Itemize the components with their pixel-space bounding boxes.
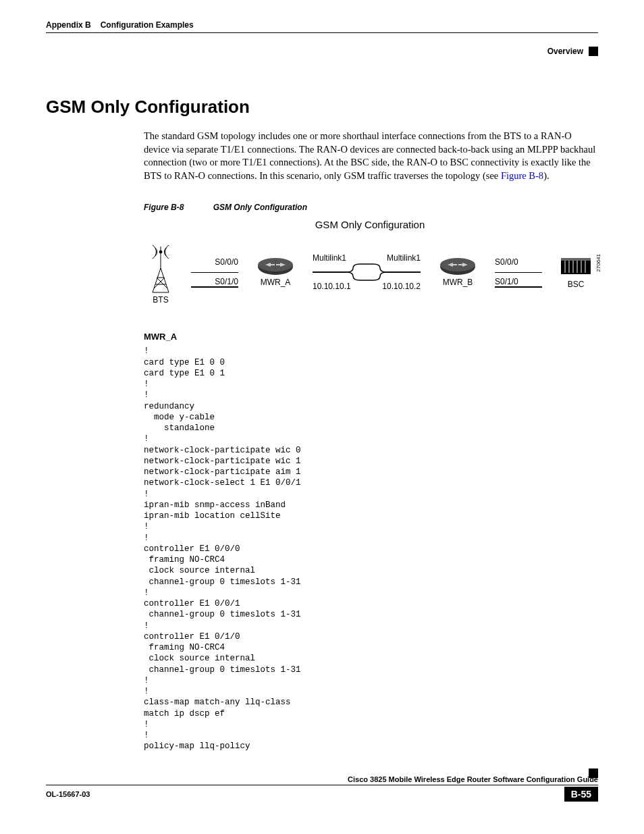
diagram-id: 270641 — [595, 254, 601, 272]
svg-rect-12 — [561, 258, 591, 261]
connection-line — [495, 286, 542, 288]
label-s010-right: S0/1/0 — [495, 277, 518, 286]
router-a-label: MWR_A — [261, 278, 291, 287]
label-ip-right: 10.10.10.2 — [382, 282, 421, 291]
figure-title: GSM Only Configuration — [213, 203, 307, 212]
connection-line — [495, 272, 542, 273]
bts-label: BTS — [153, 295, 168, 305]
label-multilink-left: Multilink1 — [313, 253, 346, 263]
figure-caption: Figure B-8 GSM Only Configuration — [144, 203, 598, 212]
router-icon — [439, 257, 476, 276]
svg-point-10 — [440, 258, 475, 271]
figure-reference-link[interactable]: Figure B-8 — [501, 170, 543, 181]
router-icon — [257, 257, 294, 276]
backhaul-link-icon — [313, 263, 421, 282]
topology-diagram: GSM Only Configuration 270641 — [144, 219, 596, 305]
footer-guide-title: Cisco 3825 Mobile Wireless Edge Router S… — [46, 775, 598, 785]
footer-doc-id: OL-15667-03 — [46, 790, 90, 798]
svg-point-8 — [258, 258, 293, 271]
label-multilink-right: Multilink1 — [387, 253, 421, 263]
page-title: GSM Only Configuration — [46, 97, 598, 118]
bsc-label: BSC — [568, 280, 585, 289]
config-code-block: ! card type E1 0 0 card type E1 0 1 ! ! … — [144, 346, 598, 752]
footer-page-number: B-55 — [564, 787, 598, 802]
figure-label: Figure B-8 — [144, 203, 184, 212]
label-s010-left: S0/1/0 — [191, 277, 238, 286]
footer-marker-icon — [589, 768, 598, 778]
router-b-node: MWR_B — [434, 257, 481, 287]
connection-line — [191, 272, 238, 273]
bsc-node: BSC — [556, 255, 596, 289]
config-heading: MWR_A — [144, 332, 598, 342]
svg-point-1 — [159, 251, 162, 253]
label-s000-left: S0/0/0 — [191, 257, 238, 267]
bts-node: BTS — [144, 240, 178, 305]
label-ip-left: 10.10.10.1 — [313, 282, 351, 291]
connection-line — [191, 286, 238, 288]
bts-tower-icon — [149, 240, 173, 294]
page-header: Appendix B Configuration Examples — [46, 20, 598, 33]
diagram-title: GSM Only Configuration — [144, 219, 596, 230]
page-footer: Cisco 3825 Mobile Wireless Edge Router S… — [46, 773, 598, 802]
label-s000-right: S0/0/0 — [495, 257, 518, 267]
router-b-label: MWR_B — [443, 278, 473, 287]
svg-marker-2 — [153, 268, 169, 292]
header-marker-icon — [589, 47, 598, 56]
svg-rect-11 — [561, 259, 591, 274]
header-section: Overview — [547, 47, 583, 56]
header-chapter: Configuration Examples — [101, 20, 194, 30]
intro-paragraph: The standard GSM topology includes one o… — [144, 130, 598, 182]
router-a-node: MWR_A — [252, 257, 299, 287]
header-appendix: Appendix B — [46, 20, 91, 30]
paragraph-text-end: ). — [543, 170, 549, 181]
bsc-switch-icon — [560, 255, 592, 278]
